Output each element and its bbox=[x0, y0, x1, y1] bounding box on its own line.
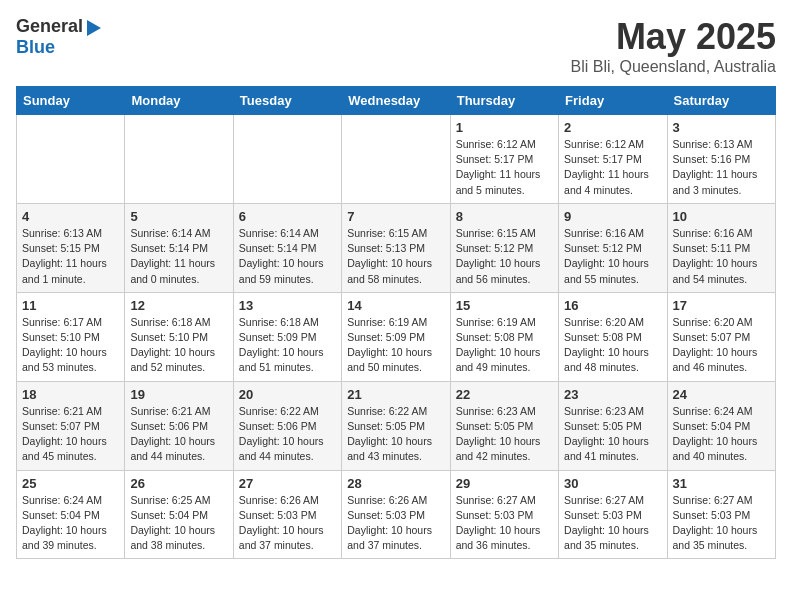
day-number: 31 bbox=[673, 476, 770, 491]
calendar-week-row: 18Sunrise: 6:21 AM Sunset: 5:07 PM Dayli… bbox=[17, 381, 776, 470]
day-number: 18 bbox=[22, 387, 119, 402]
calendar-day-cell: 18Sunrise: 6:21 AM Sunset: 5:07 PM Dayli… bbox=[17, 381, 125, 470]
calendar-day-cell: 16Sunrise: 6:20 AM Sunset: 5:08 PM Dayli… bbox=[559, 292, 667, 381]
day-number: 7 bbox=[347, 209, 444, 224]
day-number: 2 bbox=[564, 120, 661, 135]
day-info: Sunrise: 6:22 AM Sunset: 5:05 PM Dayligh… bbox=[347, 404, 444, 465]
calendar-day-cell bbox=[233, 115, 341, 204]
day-info: Sunrise: 6:26 AM Sunset: 5:03 PM Dayligh… bbox=[347, 493, 444, 554]
calendar-subtitle: Bli Bli, Queensland, Australia bbox=[571, 58, 776, 76]
calendar-day-cell: 12Sunrise: 6:18 AM Sunset: 5:10 PM Dayli… bbox=[125, 292, 233, 381]
day-info: Sunrise: 6:22 AM Sunset: 5:06 PM Dayligh… bbox=[239, 404, 336, 465]
calendar-day-header: Thursday bbox=[450, 87, 558, 115]
day-number: 6 bbox=[239, 209, 336, 224]
day-info: Sunrise: 6:18 AM Sunset: 5:09 PM Dayligh… bbox=[239, 315, 336, 376]
day-number: 25 bbox=[22, 476, 119, 491]
calendar-day-cell: 14Sunrise: 6:19 AM Sunset: 5:09 PM Dayli… bbox=[342, 292, 450, 381]
logo-general-text: General bbox=[16, 16, 83, 37]
calendar-week-row: 25Sunrise: 6:24 AM Sunset: 5:04 PM Dayli… bbox=[17, 470, 776, 559]
day-number: 9 bbox=[564, 209, 661, 224]
calendar-day-cell: 31Sunrise: 6:27 AM Sunset: 5:03 PM Dayli… bbox=[667, 470, 775, 559]
calendar-day-cell: 23Sunrise: 6:23 AM Sunset: 5:05 PM Dayli… bbox=[559, 381, 667, 470]
calendar-day-header: Monday bbox=[125, 87, 233, 115]
calendar-day-cell bbox=[342, 115, 450, 204]
calendar-day-cell: 26Sunrise: 6:25 AM Sunset: 5:04 PM Dayli… bbox=[125, 470, 233, 559]
day-info: Sunrise: 6:19 AM Sunset: 5:08 PM Dayligh… bbox=[456, 315, 553, 376]
calendar-header-row: SundayMondayTuesdayWednesdayThursdayFrid… bbox=[17, 87, 776, 115]
day-info: Sunrise: 6:20 AM Sunset: 5:08 PM Dayligh… bbox=[564, 315, 661, 376]
day-info: Sunrise: 6:23 AM Sunset: 5:05 PM Dayligh… bbox=[564, 404, 661, 465]
day-number: 27 bbox=[239, 476, 336, 491]
day-number: 24 bbox=[673, 387, 770, 402]
day-info: Sunrise: 6:21 AM Sunset: 5:07 PM Dayligh… bbox=[22, 404, 119, 465]
calendar-day-cell: 21Sunrise: 6:22 AM Sunset: 5:05 PM Dayli… bbox=[342, 381, 450, 470]
day-info: Sunrise: 6:27 AM Sunset: 5:03 PM Dayligh… bbox=[673, 493, 770, 554]
day-info: Sunrise: 6:26 AM Sunset: 5:03 PM Dayligh… bbox=[239, 493, 336, 554]
day-number: 8 bbox=[456, 209, 553, 224]
day-number: 4 bbox=[22, 209, 119, 224]
day-info: Sunrise: 6:15 AM Sunset: 5:12 PM Dayligh… bbox=[456, 226, 553, 287]
day-info: Sunrise: 6:12 AM Sunset: 5:17 PM Dayligh… bbox=[564, 137, 661, 198]
day-info: Sunrise: 6:19 AM Sunset: 5:09 PM Dayligh… bbox=[347, 315, 444, 376]
calendar-title: May 2025 bbox=[571, 16, 776, 58]
calendar-week-row: 4Sunrise: 6:13 AM Sunset: 5:15 PM Daylig… bbox=[17, 203, 776, 292]
calendar-day-cell: 27Sunrise: 6:26 AM Sunset: 5:03 PM Dayli… bbox=[233, 470, 341, 559]
calendar-day-cell bbox=[125, 115, 233, 204]
logo: General Blue bbox=[16, 16, 101, 58]
calendar-day-header: Tuesday bbox=[233, 87, 341, 115]
calendar-day-cell: 20Sunrise: 6:22 AM Sunset: 5:06 PM Dayli… bbox=[233, 381, 341, 470]
calendar-day-cell: 24Sunrise: 6:24 AM Sunset: 5:04 PM Dayli… bbox=[667, 381, 775, 470]
calendar-day-cell: 13Sunrise: 6:18 AM Sunset: 5:09 PM Dayli… bbox=[233, 292, 341, 381]
calendar-day-cell: 3Sunrise: 6:13 AM Sunset: 5:16 PM Daylig… bbox=[667, 115, 775, 204]
day-info: Sunrise: 6:14 AM Sunset: 5:14 PM Dayligh… bbox=[130, 226, 227, 287]
calendar-day-cell: 10Sunrise: 6:16 AM Sunset: 5:11 PM Dayli… bbox=[667, 203, 775, 292]
calendar-day-cell: 28Sunrise: 6:26 AM Sunset: 5:03 PM Dayli… bbox=[342, 470, 450, 559]
day-info: Sunrise: 6:20 AM Sunset: 5:07 PM Dayligh… bbox=[673, 315, 770, 376]
calendar-day-cell: 30Sunrise: 6:27 AM Sunset: 5:03 PM Dayli… bbox=[559, 470, 667, 559]
day-number: 23 bbox=[564, 387, 661, 402]
day-number: 14 bbox=[347, 298, 444, 313]
calendar-day-cell: 1Sunrise: 6:12 AM Sunset: 5:17 PM Daylig… bbox=[450, 115, 558, 204]
calendar-day-header: Saturday bbox=[667, 87, 775, 115]
day-info: Sunrise: 6:24 AM Sunset: 5:04 PM Dayligh… bbox=[673, 404, 770, 465]
calendar-day-cell: 8Sunrise: 6:15 AM Sunset: 5:12 PM Daylig… bbox=[450, 203, 558, 292]
calendar-week-row: 1Sunrise: 6:12 AM Sunset: 5:17 PM Daylig… bbox=[17, 115, 776, 204]
calendar-day-cell: 4Sunrise: 6:13 AM Sunset: 5:15 PM Daylig… bbox=[17, 203, 125, 292]
day-number: 16 bbox=[564, 298, 661, 313]
calendar-day-cell: 29Sunrise: 6:27 AM Sunset: 5:03 PM Dayli… bbox=[450, 470, 558, 559]
day-info: Sunrise: 6:16 AM Sunset: 5:12 PM Dayligh… bbox=[564, 226, 661, 287]
day-number: 22 bbox=[456, 387, 553, 402]
day-number: 30 bbox=[564, 476, 661, 491]
day-info: Sunrise: 6:14 AM Sunset: 5:14 PM Dayligh… bbox=[239, 226, 336, 287]
calendar-day-cell: 25Sunrise: 6:24 AM Sunset: 5:04 PM Dayli… bbox=[17, 470, 125, 559]
page-header: General Blue May 2025 Bli Bli, Queenslan… bbox=[16, 16, 776, 76]
calendar-day-cell: 15Sunrise: 6:19 AM Sunset: 5:08 PM Dayli… bbox=[450, 292, 558, 381]
day-info: Sunrise: 6:23 AM Sunset: 5:05 PM Dayligh… bbox=[456, 404, 553, 465]
day-info: Sunrise: 6:24 AM Sunset: 5:04 PM Dayligh… bbox=[22, 493, 119, 554]
day-number: 26 bbox=[130, 476, 227, 491]
day-info: Sunrise: 6:25 AM Sunset: 5:04 PM Dayligh… bbox=[130, 493, 227, 554]
logo-arrow-icon bbox=[87, 20, 101, 36]
day-number: 12 bbox=[130, 298, 227, 313]
calendar-table: SundayMondayTuesdayWednesdayThursdayFrid… bbox=[16, 86, 776, 559]
calendar-day-cell: 2Sunrise: 6:12 AM Sunset: 5:17 PM Daylig… bbox=[559, 115, 667, 204]
day-number: 10 bbox=[673, 209, 770, 224]
calendar-day-cell: 11Sunrise: 6:17 AM Sunset: 5:10 PM Dayli… bbox=[17, 292, 125, 381]
day-number: 5 bbox=[130, 209, 227, 224]
day-info: Sunrise: 6:13 AM Sunset: 5:16 PM Dayligh… bbox=[673, 137, 770, 198]
day-number: 3 bbox=[673, 120, 770, 135]
day-info: Sunrise: 6:18 AM Sunset: 5:10 PM Dayligh… bbox=[130, 315, 227, 376]
day-number: 1 bbox=[456, 120, 553, 135]
day-number: 15 bbox=[456, 298, 553, 313]
day-number: 13 bbox=[239, 298, 336, 313]
day-info: Sunrise: 6:15 AM Sunset: 5:13 PM Dayligh… bbox=[347, 226, 444, 287]
calendar-day-cell: 7Sunrise: 6:15 AM Sunset: 5:13 PM Daylig… bbox=[342, 203, 450, 292]
day-number: 20 bbox=[239, 387, 336, 402]
day-info: Sunrise: 6:16 AM Sunset: 5:11 PM Dayligh… bbox=[673, 226, 770, 287]
calendar-day-cell: 19Sunrise: 6:21 AM Sunset: 5:06 PM Dayli… bbox=[125, 381, 233, 470]
day-info: Sunrise: 6:27 AM Sunset: 5:03 PM Dayligh… bbox=[564, 493, 661, 554]
day-info: Sunrise: 6:21 AM Sunset: 5:06 PM Dayligh… bbox=[130, 404, 227, 465]
calendar-day-cell: 22Sunrise: 6:23 AM Sunset: 5:05 PM Dayli… bbox=[450, 381, 558, 470]
day-info: Sunrise: 6:13 AM Sunset: 5:15 PM Dayligh… bbox=[22, 226, 119, 287]
day-number: 17 bbox=[673, 298, 770, 313]
